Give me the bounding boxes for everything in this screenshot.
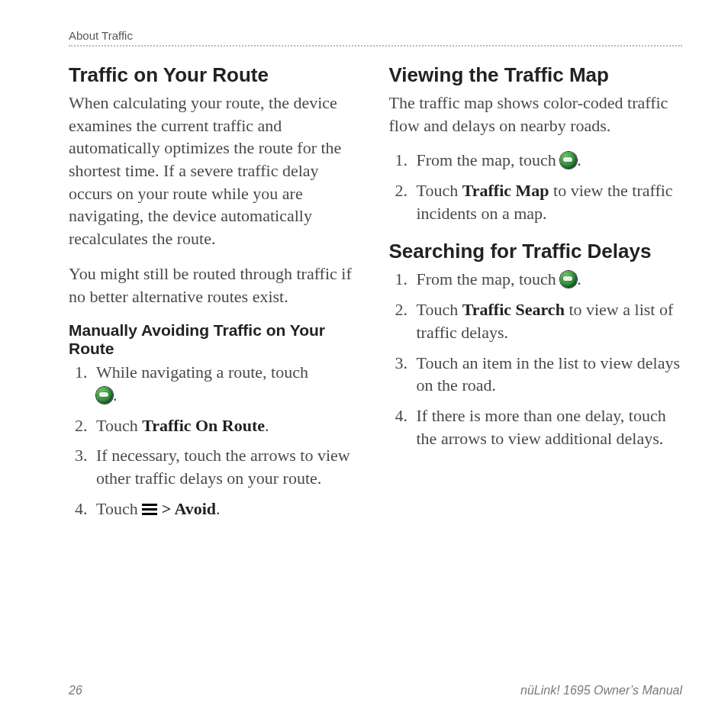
ui-label: Traffic Search <box>462 300 565 319</box>
step-text: Touch <box>96 499 142 518</box>
period: . <box>577 269 581 288</box>
ui-label: > Avoid <box>157 499 216 518</box>
paragraph: You might still be routed through traffi… <box>69 263 362 308</box>
list-item: Touch an item in the list to view delays… <box>412 352 683 397</box>
manual-page: About Traffic Traffic on Your Route When… <box>0 0 728 728</box>
page-number: 26 <box>69 684 82 697</box>
two-column-layout: Traffic on Your Route When calculating y… <box>69 57 682 527</box>
paragraph: When calculating your route, the device … <box>69 92 362 250</box>
steps-searching-delays: From the map, touch . Touch Traffic Sear… <box>389 268 683 449</box>
heading-manually-avoiding: Manually Avoiding Traffic on Your Route <box>69 321 362 358</box>
steps-manual-avoid: While navigating a route, touch . Touch … <box>69 361 362 520</box>
traffic-icon <box>560 271 577 288</box>
heading-viewing-traffic-map: Viewing the Traffic Map <box>389 63 683 87</box>
step-text: Touch <box>417 300 462 319</box>
page-footer: 26 nüLink! 1695 Owner’s Manual <box>69 684 682 697</box>
heading-searching-delays: Searching for Traffic Delays <box>389 240 683 263</box>
traffic-icon <box>560 152 577 169</box>
heading-traffic-on-route: Traffic on Your Route <box>69 63 362 87</box>
menu-icon <box>142 504 157 516</box>
column-right: Viewing the Traffic Map The traffic map … <box>389 57 683 527</box>
step-text: Touch <box>417 181 462 200</box>
manual-title: nüLink! 1695 Owner’s Manual <box>520 684 682 697</box>
paragraph: The traffic map shows color-coded traffi… <box>389 92 683 137</box>
list-item: If necessary, touch the arrows to view o… <box>92 444 362 489</box>
ui-label: Traffic Map <box>462 181 549 200</box>
step-text: Touch <box>96 416 142 435</box>
list-item: Touch Traffic Search to view a list of t… <box>412 298 683 343</box>
divider <box>69 45 682 47</box>
step-text: . <box>265 416 269 435</box>
list-item: While navigating a route, touch . <box>92 361 362 406</box>
section-header: About Traffic <box>69 29 682 42</box>
period: . <box>113 385 118 404</box>
list-item: Touch > Avoid. <box>92 498 362 520</box>
column-left: Traffic on Your Route When calculating y… <box>69 57 362 527</box>
step-text: While navigating a route, touch <box>96 362 308 382</box>
step-text: . <box>216 499 221 518</box>
list-item: From the map, touch . <box>412 268 683 291</box>
traffic-icon <box>96 387 113 404</box>
ui-label: Traffic On Route <box>142 416 265 435</box>
list-item: From the map, touch . <box>412 149 683 172</box>
step-text: From the map, touch <box>417 269 561 288</box>
steps-viewing-map: From the map, touch . Touch Traffic Map … <box>389 149 683 224</box>
list-item: Touch Traffic On Route. <box>92 414 362 437</box>
step-text: From the map, touch <box>417 150 561 169</box>
list-item: If there is more than one delay, touch t… <box>412 404 683 449</box>
period: . <box>577 150 581 169</box>
list-item: Touch Traffic Map to view the traffic in… <box>412 179 683 224</box>
